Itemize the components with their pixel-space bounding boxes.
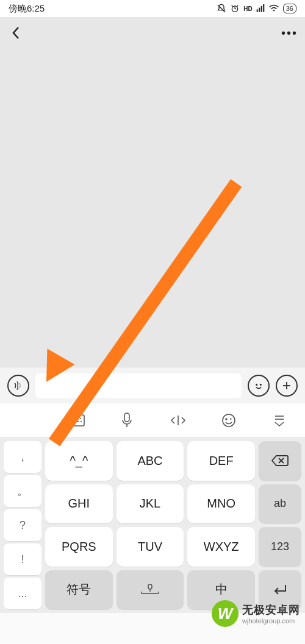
key-ghi[interactable]: GHI [45,484,113,524]
svg-line-5 [237,5,239,7]
keyboard-main: ^_^ ABC DEF GHI JKL MNO PQRS TUV WXYZ 符号… [45,441,255,609]
key-face[interactable]: ^_^ [45,441,113,481]
svg-rect-6 [256,9,257,12]
key-backspace[interactable] [259,441,301,481]
watermark: W 无极安卓网 wjhotelgroup.com [212,600,300,627]
chat-header: ••• [0,17,305,49]
punct-key-comma[interactable]: ， [4,441,41,473]
punct-key-exclaim[interactable]: ! [4,543,41,575]
punct-key-ellipsis[interactable]: ... [4,578,41,609]
status-bar: 傍晚6:25 HD 36 [0,0,305,17]
svg-point-11 [260,384,262,385]
key-pqrs[interactable]: PQRS [45,527,113,567]
svg-point-25 [223,414,235,426]
svg-rect-9 [263,4,264,12]
key-wxyz[interactable]: WXYZ [187,527,255,567]
mic-icon[interactable] [109,412,145,428]
chat-body [0,49,305,367]
watermark-logo: W [212,600,239,627]
key-def[interactable]: DEF [187,441,255,481]
key-ab[interactable]: ab [259,484,301,524]
collapse-keyboard-icon[interactable] [261,414,298,427]
status-right: HD 36 [217,4,296,13]
more-button[interactable]: ••• [273,26,298,40]
key-tuv[interactable]: TUV [117,527,184,567]
key-mno[interactable]: MNO [187,484,255,524]
svg-point-10 [256,384,257,385]
emoji-button[interactable] [248,375,270,397]
svg-rect-22 [124,413,129,422]
key-123[interactable]: 123 [259,527,301,567]
punct-key-period[interactable]: 。 [4,475,41,507]
cursor-move-icon[interactable] [160,414,196,427]
svg-point-26 [226,419,227,420]
plus-button[interactable] [276,375,298,397]
voice-button[interactable] [7,375,29,397]
key-symbols[interactable]: 符号 [45,570,113,610]
back-button[interactable] [7,26,24,40]
svg-rect-8 [260,6,262,12]
keyboard-toolbar [0,403,305,437]
hd-signal-icon: HD [243,5,252,12]
keyboard-punct-column: ， 。 ? ! ... [4,441,41,609]
svg-line-4 [232,5,233,7]
keyboard-right-column: ab 123 [259,441,301,609]
svg-rect-29 [148,584,152,589]
battery-icon: 36 [283,4,296,13]
wifi-icon [268,4,279,13]
dnd-icon [217,4,226,13]
key-space[interactable] [117,570,184,610]
svg-rect-7 [259,8,260,12]
watermark-line2: wjhotelgroup.com [242,617,300,625]
watermark-line1: 无极安卓网 [242,603,300,617]
key-abc[interactable]: ABC [117,441,184,481]
alarm-icon [230,4,240,13]
signal-icon [256,4,265,13]
keyboard: ， 。 ? ! ... ^_^ ABC DEF GHI JKL MNO PQRS… [0,437,305,613]
status-time: 傍晚6:25 [9,3,45,15]
key-jkl[interactable]: JKL [117,484,184,524]
punct-key-question[interactable]: ? [4,509,41,541]
emoji-tool-icon[interactable] [210,413,247,428]
